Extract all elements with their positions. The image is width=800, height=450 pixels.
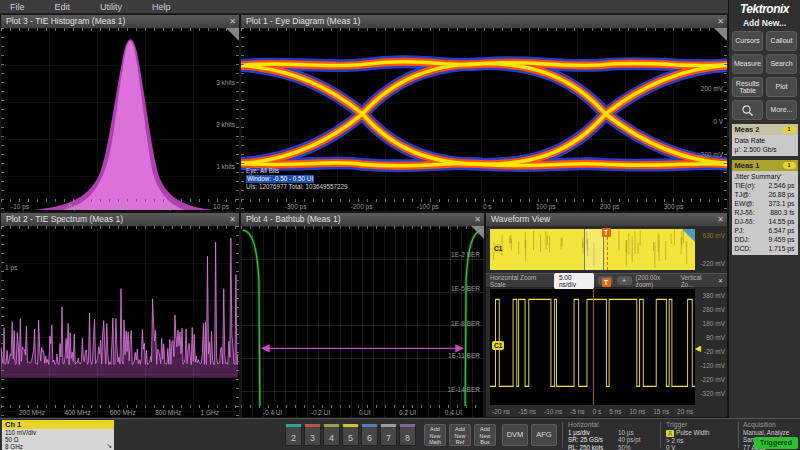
horizontal-settings[interactable]: Horizontal 1 µs/div10 µs SR: 25 GS/s40 p…: [568, 421, 656, 450]
close-icon[interactable]: ✕: [229, 15, 236, 28]
add-new-bus-button[interactable]: Add New Bus: [474, 424, 496, 446]
trigger-type-row: ⎍ Pulse Width: [666, 429, 734, 437]
add-new-ref-button[interactable]: Add New Ref: [449, 424, 471, 446]
plot3-title-bar[interactable]: Plot 3 - TIE Histogram (Meas 1) ✕: [1, 15, 239, 29]
meas1-header[interactable]: Meas 1 1: [732, 160, 798, 171]
close-icon[interactable]: ✕: [229, 213, 236, 226]
x-tick: 10 ns: [629, 408, 645, 415]
meas2-badge-card[interactable]: Meas 2 1 Data Rate µ': 2.500 Gb/s: [732, 124, 798, 156]
meas-row: DDJ:9.459 ps: [735, 235, 795, 244]
channel-3-button[interactable]: 3: [304, 424, 321, 446]
close-icon[interactable]: ✕: [718, 277, 723, 284]
x-tick: -200 ps: [351, 203, 373, 210]
eye-measurement-info: Eye: All Bits Window: -0.50 - 0.50 UI UI…: [246, 167, 347, 191]
dvm-button[interactable]: DVM: [502, 424, 528, 446]
channel-7-button[interactable]: 7: [380, 424, 397, 446]
channel-6-button[interactable]: 6: [361, 424, 378, 446]
resize-handle-icon[interactable]: [471, 226, 484, 239]
x-tick: 300 ps: [664, 203, 684, 210]
meas-key: DCD:: [735, 244, 752, 253]
callout-button[interactable]: Callout: [766, 31, 797, 51]
magnifier-icon: [741, 104, 754, 117]
trigger-value: > 2 ns: [666, 437, 734, 444]
expand-icon[interactable]: ↘: [106, 442, 112, 449]
results-table-button[interactable]: Results Table: [732, 77, 763, 97]
trigger-position-marker[interactable]: T: [602, 278, 611, 287]
meas-key: PJ:: [735, 226, 745, 235]
plot4-title-bar[interactable]: Plot 4 - Bathtub (Meas 1) ✕: [241, 213, 484, 227]
horizontal-row: SR: 25 GS/s40 ps/pt: [568, 436, 656, 443]
waveform-title-bar[interactable]: Waveform View ✕: [486, 213, 727, 227]
meas2-header[interactable]: Meas 2 1: [732, 124, 798, 135]
zoom-tool-button[interactable]: [732, 100, 763, 120]
channel-1-badge[interactable]: C1: [492, 341, 504, 350]
meas-row: EW@:373.1 ps: [735, 199, 795, 208]
trigger-position-marker[interactable]: T: [602, 228, 611, 237]
bottom-bar: Ch 1 110 mV/div 50 Ω 8 GHz ↘ 2 3 4 5 6 7…: [0, 418, 800, 450]
x-axis-labels: -300 ps -200 ps -100 ps 0 s 100 ps 200 p…: [241, 203, 727, 210]
label: Math: [425, 439, 445, 446]
plot-button[interactable]: Plot: [766, 77, 797, 97]
x-tick: 200 MHz: [19, 409, 45, 416]
more-button[interactable]: More...: [766, 100, 797, 120]
plot2-title: Plot 2 - TIE Spectrum (Meas 1): [6, 214, 123, 224]
meas-row: PJ:6.547 ps: [735, 226, 795, 235]
meas2-line2: µ': 2.500 Gb/s: [735, 145, 795, 154]
meas-value: 26.88 ps: [768, 190, 794, 199]
h-record-length: RL: 250 kpts: [568, 444, 618, 450]
trigger-level: 0 V: [666, 444, 734, 450]
channel-1-badge[interactable]: C1: [492, 244, 504, 253]
add-new-buttons: Add New Math Add New Ref Add New Bus: [424, 424, 496, 446]
zoomed-waveform-plot[interactable]: [490, 289, 695, 405]
channel-1-card[interactable]: Ch 1 110 mV/div 50 Ω 8 GHz ↘: [2, 420, 114, 450]
waveform-overview-band[interactable]: [490, 229, 695, 270]
measure-button[interactable]: Measure: [732, 54, 763, 74]
menu-utility[interactable]: Utility: [100, 2, 122, 12]
horizontal-row: RL: 250 kpts50%: [568, 444, 656, 450]
plot1-title-bar[interactable]: Plot 1 - Eye Diagram (Meas 1) ✕: [241, 15, 727, 29]
zoom-region-indicator[interactable]: [584, 229, 604, 270]
resize-handle-icon[interactable]: [226, 28, 239, 41]
close-icon[interactable]: ✕: [474, 213, 481, 226]
afg-button[interactable]: AFG: [531, 424, 557, 446]
channel-4-button[interactable]: 4: [323, 424, 340, 446]
axis-ticks: [236, 226, 239, 417]
menu-file[interactable]: File: [10, 2, 25, 12]
x-tick: -300 ps: [285, 203, 307, 210]
divider: [738, 422, 739, 448]
search-button[interactable]: Search: [766, 54, 797, 74]
close-icon[interactable]: ✕: [717, 15, 724, 28]
eye-info-bits: Eye: All Bits: [246, 167, 347, 175]
meas-key: TJ@:: [735, 190, 751, 199]
tektronix-logo-text: Tektronix: [740, 2, 789, 16]
axis-ticks: [1, 28, 239, 31]
menu-help[interactable]: Help: [152, 2, 171, 12]
x-tick: -5 ns: [570, 408, 584, 415]
resize-handle-icon[interactable]: [714, 28, 727, 41]
zoom-scale-value[interactable]: 5.00 ns/div: [554, 273, 594, 289]
resize-handle-icon[interactable]: [682, 229, 695, 242]
close-icon[interactable]: ✕: [717, 213, 724, 226]
histogram-curve: [1, 28, 239, 211]
cursors-button[interactable]: Cursors: [732, 31, 763, 51]
meas-row: TIE(σ):2.546 ps: [735, 181, 795, 190]
add-new-math-button[interactable]: Add New Math: [424, 424, 446, 446]
plot2-title-bar[interactable]: Plot 2 - TIE Spectrum (Meas 1) ✕: [1, 213, 239, 227]
channel-8-button[interactable]: 8: [399, 424, 416, 446]
menu-edit[interactable]: Edit: [55, 2, 71, 12]
axis-ticks: [236, 28, 239, 211]
channel-5-button[interactable]: 5: [342, 424, 359, 446]
channel-buttons: 2 3 4 5 6 7 8: [285, 424, 416, 446]
divider: [562, 422, 563, 448]
zoom-scale-label: Horizontal Zoom Scale: [490, 274, 550, 288]
axis-ticks: [241, 199, 727, 202]
meas-row: RJ-δδ:880.3 fs: [735, 208, 795, 217]
x-axis-labels: -10 ps -5 ps 0 s 5 ps 10 ps: [1, 203, 239, 210]
zoom-in-button[interactable]: +: [617, 276, 632, 285]
x-tick: -100 ps: [417, 203, 439, 210]
meas1-badge-card[interactable]: Meas 1 1 Jitter Summary′ TIE(σ):2.546 ps…: [732, 160, 798, 255]
meas1-summary-title: Jitter Summary′: [735, 172, 795, 181]
trigger-settings[interactable]: Trigger ⎍ Pulse Width > 2 ns 0 V: [666, 421, 734, 450]
trigger-level-arrow-icon[interactable]: ◀: [695, 344, 701, 353]
channel-2-button[interactable]: 2: [285, 424, 302, 446]
